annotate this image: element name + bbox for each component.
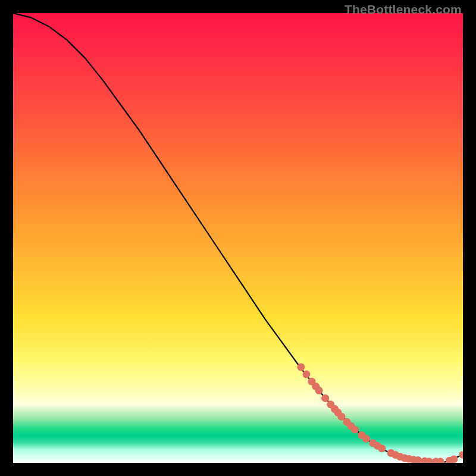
background-gradient (13, 13, 463, 463)
watermark-text: TheBottleneck.com (345, 2, 462, 17)
chart-stage: TheBottleneck.com (0, 0, 476, 476)
plot-area (13, 13, 463, 463)
